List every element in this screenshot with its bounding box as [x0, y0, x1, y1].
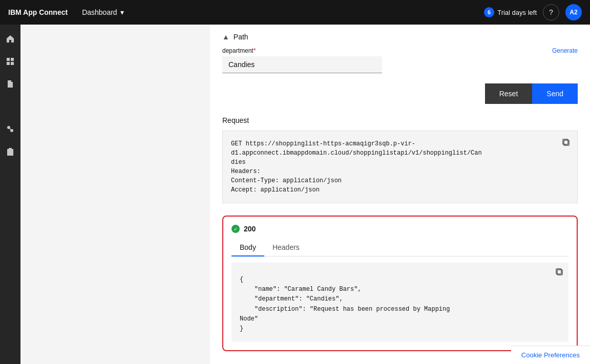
department-label: department*	[222, 47, 256, 54]
svg-rect-2	[7, 62, 10, 65]
main-layout: ▲ Path department* Generate Reset Send	[0, 25, 590, 364]
svg-rect-0	[7, 58, 10, 61]
svg-rect-1	[11, 58, 14, 61]
path-header: ▲ Path	[222, 33, 578, 41]
dashboard-label: Dashboard	[82, 8, 117, 16]
path-label: Path	[234, 33, 248, 41]
department-field-group: department* Generate	[222, 47, 578, 73]
cookie-preferences-button[interactable]: Cookie Preferences	[511, 346, 590, 364]
avatar[interactable]: A2	[565, 4, 582, 20]
field-label-row: department* Generate	[222, 47, 578, 54]
trial-days-label: Trial days left	[497, 9, 537, 16]
sidebar-home-icon[interactable]	[0, 29, 20, 49]
dashboard-nav-item[interactable]: Dashboard ▾	[76, 0, 130, 25]
response-body-content: { "name": "Caramel Candy Bars", "departm…	[240, 271, 560, 334]
sidebar-grid-icon[interactable]	[0, 51, 20, 72]
path-section: ▲ Path department* Generate	[222, 33, 578, 73]
svg-rect-3	[11, 62, 14, 65]
request-copy-button[interactable]	[561, 137, 571, 149]
content-area: ▲ Path department* Generate Reset Send	[20, 25, 590, 364]
top-nav-right: 6 Trial days left ? A2	[484, 4, 582, 20]
response-body: { "name": "Caramel Candy Bars", "departm…	[231, 263, 568, 342]
request-content: GET https://shoppinglist-https-acmaqigr3…	[231, 139, 569, 195]
trial-badge: 6 Trial days left	[484, 7, 537, 17]
response-tabs: Body Headers	[231, 239, 568, 256]
svg-rect-7	[7, 149, 13, 156]
department-input[interactable]	[222, 56, 382, 73]
left-panel	[20, 25, 210, 364]
help-button[interactable]: ?	[543, 4, 559, 20]
tab-headers[interactable]: Headers	[264, 239, 308, 256]
action-buttons: Reset Send	[222, 83, 578, 104]
chevron-down-icon: ▾	[120, 8, 124, 16]
response-copy-button[interactable]	[554, 267, 564, 279]
reset-button[interactable]: Reset	[485, 83, 533, 104]
sidebar-network-icon[interactable]	[0, 96, 20, 117]
generate-link[interactable]: Generate	[552, 47, 578, 54]
status-code: 200	[244, 225, 256, 233]
tab-body[interactable]: Body	[231, 239, 264, 256]
request-box: GET https://shoppinglist-https-acmaqigr3…	[222, 131, 578, 203]
svg-line-6	[10, 129, 11, 130]
right-panel: ▲ Path department* Generate Reset Send	[210, 25, 590, 364]
top-nav: IBM App Connect Dashboard ▾ 6 Trial days…	[0, 0, 590, 25]
sidebar-clipboard-icon[interactable]	[0, 141, 20, 162]
sidebar	[0, 25, 20, 364]
status-success-icon	[231, 225, 240, 233]
response-section: 200 Body Headers { "name": "Caramel Cand…	[222, 216, 578, 351]
request-title: Request	[222, 116, 578, 124]
trial-days-number: 6	[484, 7, 494, 17]
send-button[interactable]: Send	[532, 83, 578, 104]
sidebar-tools-icon[interactable]	[0, 119, 20, 139]
path-collapse-icon[interactable]: ▲	[222, 33, 229, 41]
request-section: Request GET https://shoppinglist-https-a…	[222, 116, 578, 203]
response-header: 200	[231, 225, 568, 233]
app-brand: IBM App Connect	[8, 8, 68, 16]
sidebar-document-icon[interactable]	[0, 74, 20, 94]
